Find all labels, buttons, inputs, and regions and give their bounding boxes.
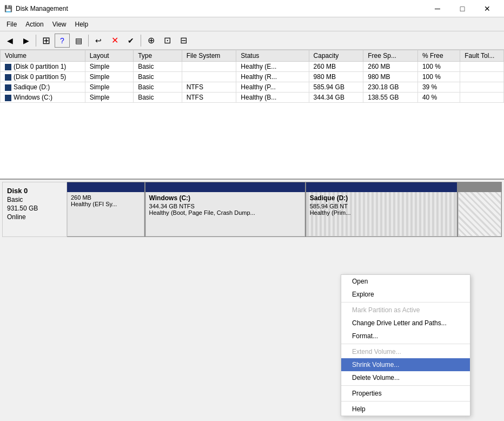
expand2-button[interactable]: ⊡	[160, 34, 175, 48]
cell-pcfree-1: 100 %	[417, 72, 460, 82]
app-icon: 💾	[4, 5, 12, 12]
disk-0-status: Online	[7, 213, 62, 221]
cell-fault-2	[460, 82, 504, 93]
partition-0-3-header	[458, 182, 501, 192]
table-row[interactable]: (Disk 0 partition 5) Simple Basic Health…	[1, 72, 504, 82]
toolbar-sep-3	[141, 35, 141, 47]
help-button[interactable]: ?	[55, 34, 70, 48]
ctx-explore[interactable]: Explore	[341, 288, 470, 301]
partition-0-1-name: Windows (C:)	[149, 194, 301, 202]
table-row[interactable]: Windows (C:) Simple Basic NTFS Healthy (…	[1, 93, 504, 103]
menu-bar: File Action View Help	[0, 17, 504, 31]
console-button[interactable]: ▤	[71, 34, 86, 48]
ctx-format[interactable]: Format...	[341, 330, 470, 343]
cell-status-2: Healthy (P...	[236, 82, 309, 93]
col-header-layout[interactable]: Layout	[85, 50, 134, 62]
partition-0-1-size: 344.34 GB NTFS	[149, 203, 301, 209]
ctx-sep-4	[341, 401, 470, 402]
cell-status-0: Healthy (E...	[236, 62, 309, 72]
volume-table-area: Volume Layout Type File System Status Ca…	[0, 50, 504, 180]
cell-type-0: Basic	[134, 62, 182, 72]
disk-0-type: Basic	[7, 196, 62, 203]
context-menu: Open Explore Mark Partition as Active Ch…	[341, 274, 470, 416]
back-button[interactable]: ◀	[2, 34, 17, 48]
disk-0-size: 931.50 GB	[7, 205, 62, 212]
ctx-delete[interactable]: Delete Volume...	[341, 371, 470, 384]
delete-button[interactable]: ✕	[107, 34, 122, 48]
cell-type-2: Basic	[134, 82, 182, 93]
expand3-button[interactable]: ⊟	[176, 34, 191, 48]
cell-capacity-3: 344.34 GB	[309, 93, 363, 103]
menu-action[interactable]: Action	[21, 19, 48, 29]
col-header-status[interactable]: Status	[236, 50, 309, 62]
ctx-change-drive[interactable]: Change Drive Letter and Paths...	[341, 317, 470, 330]
menu-file[interactable]: File	[2, 19, 21, 29]
table-row[interactable]: Sadique (D:) Simple Basic NTFS Healthy (…	[1, 82, 504, 93]
cell-layout-1: Simple	[85, 72, 134, 82]
connect-button[interactable]: ↩	[91, 34, 106, 48]
disk-label-0: Disk 0 Basic 931.50 GB Online	[2, 182, 67, 237]
partition-0-0[interactable]: 260 MB Healthy (EFI Sy...	[67, 182, 145, 236]
grid-button[interactable]: ⊞	[38, 34, 54, 48]
maximize-button[interactable]: □	[450, 1, 475, 16]
col-header-pcfree[interactable]: % Free	[417, 50, 460, 62]
window-controls: ─ □ ✕	[425, 1, 500, 16]
check-button[interactable]: ✔	[123, 34, 138, 48]
minimize-button[interactable]: ─	[425, 1, 450, 16]
partition-0-2-header	[306, 182, 457, 192]
cell-fault-3	[460, 93, 504, 103]
col-header-free[interactable]: Free Sp...	[363, 50, 418, 62]
ctx-help[interactable]: Help	[341, 403, 470, 416]
partition-0-2[interactable]: Sadique (D:) 585.94 GB NT Healthy (Prim.…	[306, 182, 458, 236]
cell-volume-1: (Disk 0 partition 5)	[1, 72, 85, 82]
table-header-row: Volume Layout Type File System Status Ca…	[1, 50, 504, 62]
cell-fs-2: NTFS	[182, 82, 236, 93]
partition-0-2-name: Sadique (D:)	[310, 194, 453, 202]
col-header-fs[interactable]: File System	[182, 50, 236, 62]
cell-fs-1	[182, 72, 236, 82]
col-header-fault[interactable]: Fault Tol...	[460, 50, 504, 62]
menu-help[interactable]: Help	[71, 19, 93, 29]
cell-status-3: Healthy (B...	[236, 93, 309, 103]
cell-pcfree-3: 40 %	[417, 93, 460, 103]
disk-0-name: Disk 0	[7, 187, 62, 195]
col-header-capacity[interactable]: Capacity	[309, 50, 363, 62]
cell-capacity-0: 260 MB	[309, 62, 363, 72]
cell-volume-0: (Disk 0 partition 1)	[1, 62, 85, 72]
expand1-button[interactable]: ⊕	[143, 34, 158, 48]
partition-0-1[interactable]: Windows (C:) 344.34 GB NTFS Healthy (Boo…	[145, 182, 306, 236]
ctx-open[interactable]: Open	[341, 275, 470, 288]
toolbar-sep-1	[36, 35, 36, 47]
partition-0-0-body: 260 MB Healthy (EFI Sy...	[67, 192, 144, 236]
ctx-shrink[interactable]: Shrink Volume...	[341, 358, 470, 371]
ctx-sep-1	[341, 302, 470, 302]
cell-layout-0: Simple	[85, 62, 134, 72]
partition-0-0-status: Healthy (EFI Sy...	[71, 201, 141, 207]
col-header-volume[interactable]: Volume	[1, 50, 85, 62]
close-button[interactable]: ✕	[475, 1, 500, 16]
cell-free-3: 138.55 GB	[363, 93, 418, 103]
cell-capacity-1: 980 MB	[309, 72, 363, 82]
ctx-mark-active[interactable]: Mark Partition as Active	[341, 304, 470, 317]
cell-volume-2: Sadique (D:)	[1, 82, 85, 93]
col-header-type[interactable]: Type	[134, 50, 182, 62]
cell-pcfree-2: 39 %	[417, 82, 460, 93]
partition-0-0-size: 260 MB	[71, 194, 141, 201]
cell-fs-3: NTFS	[182, 93, 236, 103]
ctx-properties[interactable]: Properties	[341, 387, 470, 400]
cell-volume-3: Windows (C:)	[1, 93, 85, 103]
ctx-extend[interactable]: Extend Volume...	[341, 345, 470, 358]
table-row[interactable]: (Disk 0 partition 1) Simple Basic Health…	[1, 62, 504, 72]
partition-0-2-status: Healthy (Prim...	[310, 209, 453, 216]
volume-table: Volume Layout Type File System Status Ca…	[0, 50, 504, 103]
cell-status-1: Healthy (R...	[236, 72, 309, 82]
forward-button[interactable]: ▶	[18, 34, 34, 48]
menu-view[interactable]: View	[48, 19, 71, 29]
partition-0-1-status: Healthy (Boot, Page File, Crash Dump...	[149, 209, 301, 216]
partition-0-3[interactable]	[458, 182, 501, 236]
cell-fault-0	[460, 62, 504, 72]
partition-0-1-body: Windows (C:) 344.34 GB NTFS Healthy (Boo…	[145, 192, 305, 236]
window-title: Disk Management	[16, 5, 425, 12]
ctx-sep-3	[341, 385, 470, 386]
disk-row-0: Disk 0 Basic 931.50 GB Online 260 MB Hea…	[2, 182, 502, 237]
